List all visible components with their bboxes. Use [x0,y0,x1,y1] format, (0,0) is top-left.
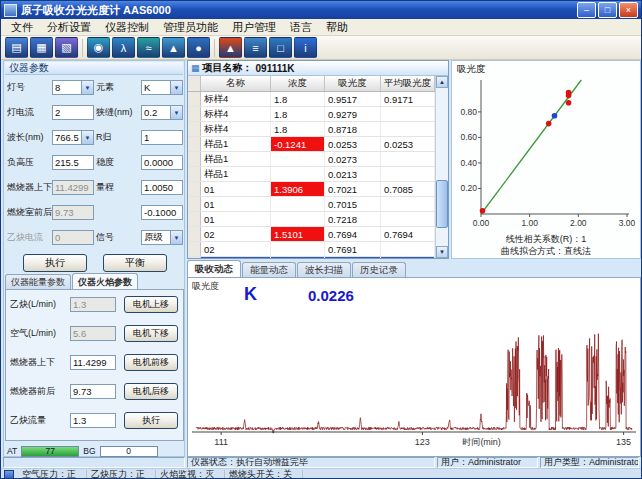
lamp-current-field[interactable]: 2 [52,105,94,120]
signal-mode-field[interactable]: 原级▼ [141,230,183,245]
tab-energy-dynamic[interactable]: 能量动态 [242,262,296,277]
bg-progress-bar-label: BG [83,446,95,456]
bg-progress-bar: 0 [100,446,158,457]
concentration-cell: 1.8 [271,92,325,106]
table-row[interactable]: 标样41.80.8718 [188,122,435,137]
signal-mode-dropdown-icon[interactable]: ▼ [170,231,182,244]
tab-energy-params[interactable]: 仪器能量参数 [5,274,71,290]
signal-mode-label: 信号 [96,231,141,244]
table-row[interactable]: 样品10.0273 [188,152,435,167]
maximize-button[interactable]: □ [598,2,617,18]
negative-hv-field[interactable]: 215.5 [52,155,94,170]
burner-vertical-field[interactable]: 11.4299 [52,180,94,195]
table-row[interactable]: 011.39060.70210.7085 [188,182,435,197]
absorbance-cell: 0.7015 [325,197,381,211]
burner-horizontal-field[interactable]: 9.73 [52,205,94,220]
absorbance-cell: 0.8718 [325,122,381,136]
motor-forward-button[interactable]: 电机前移 [124,354,178,371]
menu-language[interactable]: 语言 [283,19,319,36]
balance-button[interactable]: 平衡 [103,254,167,272]
gain-icon[interactable]: ▲ [162,37,185,58]
motor-up-button[interactable]: 电机上移 [124,296,178,313]
lamp-icon[interactable]: ◉ [87,37,110,58]
menu-bar: 文件分析设置仪器控制管理员功能用户管理语言帮助 [1,19,641,36]
table-scrollbar[interactable]: ▲ ▼ [435,76,448,258]
dynamic-panel: 吸收动态能量动态波长扫描历史记录 吸光度 K 0.0226 111123135时… [187,261,641,457]
motor-backward-button[interactable]: 电机后移 [124,383,178,400]
table-row[interactable]: 010.7015 [188,197,435,212]
name-cell: 标样4 [201,122,271,136]
air-flow-field[interactable]: 5.6 [70,326,116,341]
energy-icon[interactable]: ≈ [137,37,160,58]
motor-down-button[interactable]: 电机下移 [124,325,178,342]
concentration-cell: -0.1241 [271,137,325,151]
svg-text:0.40: 0.40 [460,158,477,168]
zero-offset-field[interactable]: -0.1000 [141,205,183,220]
table-row[interactable]: 010.7218 [188,212,435,227]
flame-param-row: 乙炔流量1.3执行 [10,411,181,429]
flame-icon[interactable]: ▲ [219,37,242,58]
minimize-button[interactable]: – [577,2,596,18]
acetylene-current-field[interactable]: 0 [52,230,94,245]
stability-field[interactable]: 0.0000 [141,155,183,170]
burner-horizontal-set-field[interactable]: 9.73 [70,384,116,399]
absorbance-cell: 0.7694 [325,227,381,241]
wavelength-icon[interactable]: λ [112,37,135,58]
r-value-field[interactable]: 1 [141,130,183,145]
monitor-icon[interactable]: □ [269,37,292,58]
acetylene-flow-field[interactable]: 1.3 [70,297,116,312]
execute-button[interactable]: 执行 [23,254,87,272]
project-name-label: 项目名称： [203,61,253,75]
element-dropdown-icon[interactable]: ▼ [170,81,182,94]
table-row[interactable]: 020.7691 [188,242,435,257]
range-label: 量程 [96,181,141,194]
element-field[interactable]: K▼ [141,80,183,95]
burner-vertical-label: 燃烧器上下 [7,181,52,194]
menu-file[interactable]: 文件 [4,19,40,36]
wavelength-dropdown-icon[interactable]: ▼ [81,131,93,144]
scroll-up-icon[interactable]: ▲ [436,76,448,88]
slit-width-dropdown-icon[interactable]: ▼ [170,106,182,119]
balance-icon[interactable]: ≡ [244,37,267,58]
report-icon[interactable]: ▧ [55,37,78,58]
menu-admin-functions[interactable]: 管理员功能 [156,19,225,36]
menu-user-management[interactable]: 用户管理 [225,19,283,36]
absorbance-cell: 0.0213 [325,167,381,181]
save-project-icon[interactable]: ▦ [30,37,53,58]
lamp-number-field[interactable]: 8▼ [52,80,94,95]
range-field[interactable]: 1.0050 [141,180,183,195]
tab-absorb-dynamic[interactable]: 吸收动态 [187,260,241,277]
measure-icon[interactable]: ● [187,37,210,58]
new-project-icon[interactable]: ▤ [5,37,28,58]
about-icon[interactable]: i [294,37,317,58]
svg-text:0.80: 0.80 [460,107,477,117]
menu-analysis-settings[interactable]: 分析设置 [40,19,98,36]
close-button[interactable]: × [619,2,638,18]
menu-help[interactable]: 帮助 [319,19,355,36]
window-title: 原子吸收分光光度计 AAS6000 [21,3,577,18]
table-row[interactable]: 标样41.80.9279 [188,107,435,122]
tab-flame-params[interactable]: 仪器火焰参数 [72,273,138,290]
flame-execute-button[interactable]: 执行 [124,412,178,429]
table-row[interactable]: 020.7694 [188,257,435,258]
tab-wavelength-scan[interactable]: 波长扫描 [297,262,351,277]
menu-instrument-control[interactable]: 仪器控制 [98,19,156,36]
r-value-label: R归 [96,131,141,144]
row-selector-cell [188,122,201,136]
table-row[interactable]: 021.51010.76940.7694 [188,227,435,242]
flame-param-row: 空气(L/min)5.6电机下移 [10,324,181,342]
table-row[interactable]: 样品1-0.12410.02530.0253 [188,137,435,152]
burner-vertical-set-field[interactable]: 11.4299 [70,355,116,370]
acetylene-flow-set-field[interactable]: 1.3 [70,413,116,428]
lamp-number-dropdown-icon[interactable]: ▼ [81,81,93,94]
avg-absorbance-cell [381,197,435,211]
concentration-cell [271,242,325,256]
scrollbar-thumb[interactable] [436,180,448,228]
table-row[interactable]: 标样41.80.95170.9171 [188,92,435,107]
table-row[interactable]: 样品10.0213 [188,167,435,182]
air-pressure-status: 空气压力：正 [18,470,87,479]
scroll-down-icon[interactable]: ▼ [436,246,448,258]
slit-width-field[interactable]: 0.2▼ [141,105,183,120]
tab-history[interactable]: 历史记录 [352,262,406,277]
wavelength-field[interactable]: 766.5▼ [52,130,94,145]
